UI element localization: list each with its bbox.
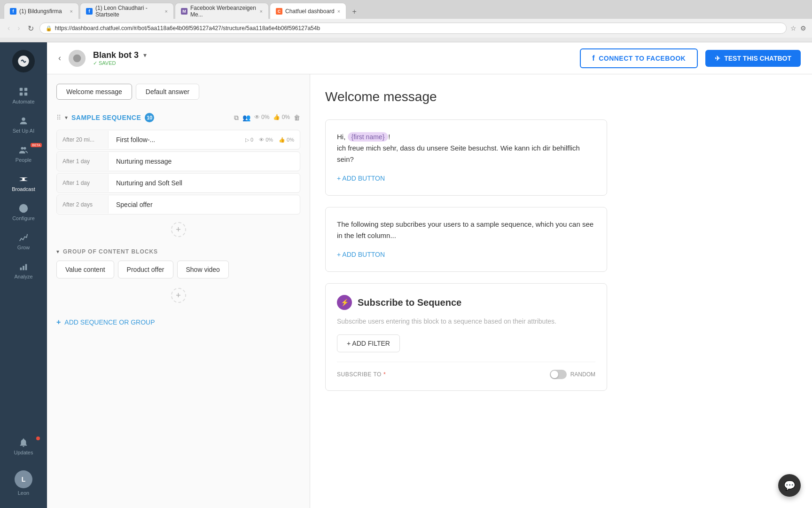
body-text-1: ich freue mich sehr, dass du unsere Seit… [337,144,580,163]
add-sequence-item-container: + [56,218,300,241]
content-block-video[interactable]: Show video [177,261,229,278]
back-nav-button[interactable]: ‹ [6,22,12,34]
tab-welcome-message[interactable]: Welcome message [56,84,132,100]
content-block-product[interactable]: Product offer [118,261,173,278]
tab-title-4: Chatfuel dashboard [285,8,335,15]
add-button-1[interactable]: + ADD BUTTON [337,173,385,184]
user-label: Leon [18,490,29,496]
tab-close-2[interactable]: × [165,8,168,14]
sidebar: Automate Set Up AI People BETA Broadcast… [0,42,47,508]
seq-stats-1: ▷ 0 👁 0% 👍 0% [240,137,300,143]
analyze-icon [18,262,29,272]
nav-tabs: Welcome message Default answer [56,84,300,100]
tab-close-1[interactable]: × [70,8,73,14]
tab-fb-ads[interactable]: M Facebook Werbeanzeigen Me... × [175,3,269,19]
svg-rect-2 [24,88,27,91]
sidebar-item-user[interactable]: L Leon [3,466,44,500]
bot-avatar-icon [72,54,82,63]
url-bar[interactable]: 🔒 https://dashboard.chatfuel.com/#/bot/5… [39,23,787,34]
app: Automate Set Up AI People BETA Broadcast… [0,42,812,508]
sequence-actions: ⧉ 👥 👁 0% 👍 0% 🗑 [234,114,300,122]
content-area: Welcome message Default answer ⠿ ▾ SAMPL… [47,74,812,508]
drag-handle[interactable]: ⠿ [56,114,61,121]
random-toggle-switch[interactable] [550,370,567,379]
sequence-item-4: After 2 days Special offer [56,195,300,214]
updates-container: Updates [3,433,44,460]
tab-chatfuel[interactable]: C Chatfuel dashboard × [270,3,346,19]
bot-name-chevron[interactable]: ▾ [143,51,147,59]
app-logo[interactable] [12,50,35,72]
add-button-2[interactable]: + ADD BUTTON [337,249,385,260]
add-sequence-item-button[interactable]: + [171,222,186,237]
seq-name-4[interactable]: Special offer [109,195,300,214]
tab-title-1: (1) Bildungsfirma [19,8,62,15]
seq-stat-views: 👁 0% [254,114,270,122]
content-blocks: Value content Product offer Show video [56,261,300,278]
collapse-group-button[interactable]: ▾ [56,248,59,255]
svg-point-8 [22,178,25,181]
bookmark-button[interactable]: ☆ [790,24,796,32]
tab-close-4[interactable]: × [337,8,340,14]
collapse-sequence-button[interactable]: ▾ [65,114,68,121]
tab-bildungsfirma[interactable]: f (1) Bildungsfirma × [4,3,79,19]
svg-rect-4 [24,93,27,95]
first-name-highlight: {first name} [348,132,389,142]
address-bar: ‹ › ↻ 🔒 https://dashboard.chatfuel.com/#… [0,19,812,38]
grow-label: Grow [17,245,30,250]
sidebar-item-grow[interactable]: Grow [3,228,44,255]
bot-name: Blank bot 3 [93,50,139,60]
sequence-count-badge: 10 [145,113,154,122]
tab-favicon-3: M [181,8,187,15]
forward-nav-button[interactable]: › [16,22,22,34]
sidebar-item-updates[interactable]: Updates [3,433,44,460]
tab-default-answer[interactable]: Default answer [136,84,199,100]
sequence-item-2: After 1 day Nurturing message [56,151,300,171]
bot-avatar [69,50,86,67]
refresh-button[interactable]: ↻ [26,22,36,35]
add-sequence-or-group-button[interactable]: + ADD SEQUENCE OR GROUP [56,314,155,330]
tab-default-label: Default answer [146,88,189,95]
test-chatbot-button[interactable]: ✈ TEST THIS CHATBOT [705,50,801,67]
exclaim-text: ! [388,133,390,141]
seq-name-3[interactable]: Nurturing and Soft Sell [109,174,300,192]
lock-icon: 🔒 [46,25,52,32]
new-tab-button[interactable]: + [347,5,361,19]
sidebar-item-set-up-ai[interactable]: Set Up AI [3,111,44,138]
add-sequence-label: ADD SEQUENCE OR GROUP [64,318,155,326]
test-chatbot-label: TEST THIS CHATBOT [724,55,791,62]
svg-rect-11 [25,264,27,270]
user-avatar: L [15,470,32,488]
sidebar-item-analyze[interactable]: Analyze [3,257,44,284]
broadcast-icon [18,174,29,184]
message-text-1: Hi, {first name}! ich freue mich sehr, d… [337,131,595,165]
fb-icon: f [592,54,595,63]
bot-info: Blank bot 3 ▾ ✓ SAVED [93,50,147,66]
subscribe-description: Subscribe users entering this block to a… [337,318,595,325]
tab-leon[interactable]: f (1) Leon Chaudhari - Startseite × [80,3,174,19]
add-filter-button[interactable]: + ADD FILTER [337,334,400,352]
chat-widget-button[interactable]: 💬 [778,474,801,497]
saved-badge: ✓ SAVED [93,60,147,66]
seq-name-2[interactable]: Nurturing message [109,152,300,171]
sidebar-item-broadcast[interactable]: Broadcast [3,169,44,197]
copy-sequence-button[interactable]: ⧉ [234,114,239,122]
content-block-value[interactable]: Value content [56,261,114,278]
svg-point-12 [73,54,81,62]
broadcast-label: Broadcast [12,186,35,192]
main-content: ‹ Blank bot 3 ▾ ✓ SAVED f CONNECT TO FAC… [47,42,812,508]
sidebar-item-people[interactable]: People BETA [3,140,44,167]
add-button-1-label: + ADD BUTTON [337,175,385,182]
sidebar-item-configure[interactable]: Configure [3,198,44,226]
automate-icon [18,87,29,97]
sidebar-item-automate[interactable]: Automate [3,82,44,109]
back-button[interactable]: ‹ [58,53,61,63]
users-icon-button[interactable]: 👥 [242,114,250,122]
add-content-block-button[interactable]: + [171,288,186,303]
subscribe-to-label: SUBSCRIBE TO * [337,371,386,378]
seq-name-1[interactable]: First follow-... [109,130,240,149]
connect-fb-button[interactable]: f CONNECT TO FACEBOOK [580,48,698,68]
extensions-button[interactable]: ⚙ [800,24,806,32]
tab-close-3[interactable]: × [260,8,263,14]
right-panel: Welcome message Hi, {first name}! ich fr… [310,74,812,508]
delete-sequence-button[interactable]: 🗑 [294,114,300,122]
